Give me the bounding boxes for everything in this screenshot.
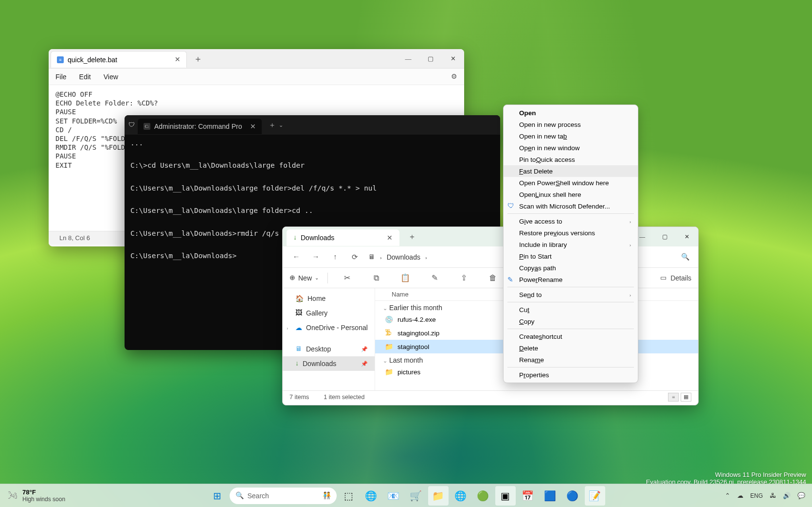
chevron-right-icon[interactable]: › <box>287 325 288 331</box>
notepad-tabrow: ≡ quick_delete.bat ✕ ＋ — ▢ ✕ <box>49 49 464 69</box>
ctx-restore[interactable]: Restore previous versions <box>504 227 638 239</box>
close-button[interactable]: ✕ <box>442 49 464 69</box>
ctx-delete[interactable]: Delete <box>504 342 638 354</box>
onedrive-tray-icon[interactable]: ☁ <box>737 492 743 500</box>
notepad-tab[interactable]: ≡ quick_delete.bat ✕ <box>51 51 187 68</box>
ctx-properties[interactable]: Properties <box>504 369 638 381</box>
start-button[interactable]: ⊞ <box>207 486 228 506</box>
notepad-tab-title: quick_delete.bat <box>68 56 117 64</box>
item-count: 7 items <box>289 394 309 401</box>
ctx-cut[interactable]: Cut <box>504 304 638 315</box>
language-indicator[interactable]: ENG <box>750 492 763 499</box>
search-icon[interactable]: 🔍 <box>681 253 689 261</box>
taskbar-app-icon[interactable]: 🔵 <box>562 486 583 506</box>
chevron-right-icon: › <box>630 292 631 297</box>
dropdown-icon[interactable]: ⌄ <box>279 122 283 128</box>
onedrive-icon: ☁ <box>295 324 302 332</box>
ctx-open[interactable]: Open <box>504 107 638 119</box>
close-button[interactable]: ✕ <box>676 227 698 246</box>
ctx-fast-delete[interactable]: Fast Delete <box>504 165 638 177</box>
details-view-button[interactable]: ≡ <box>668 393 679 402</box>
watermark-line1: Windows 11 Pro Insider Preview <box>646 471 806 478</box>
explorer-tab[interactable]: ↓ Downloads ✕ <box>287 229 399 246</box>
maximize-button[interactable]: ▢ <box>419 49 442 69</box>
network-icon[interactable]: 🖧 <box>770 492 776 500</box>
download-icon: ↓ <box>295 360 299 367</box>
close-icon[interactable]: ✕ <box>387 234 393 242</box>
thumbnails-view-button[interactable]: ▦ <box>681 393 691 402</box>
notification-icon[interactable]: 💬 <box>797 492 805 500</box>
ctx-powershell[interactable]: Open PowerShell window here <box>504 177 638 189</box>
up-button[interactable]: ↑ <box>326 249 344 265</box>
folder-icon: 📁 <box>385 368 394 376</box>
new-tab-button[interactable]: ＋ <box>194 53 202 65</box>
ctx-open-window[interactable]: Open in new window <box>504 142 638 154</box>
refresh-button[interactable]: ⟳ <box>346 249 363 265</box>
taskbar-search[interactable]: 🔍 Search 🧑‍🤝‍🧑 <box>230 488 337 504</box>
column-name[interactable]: Name <box>392 291 504 298</box>
cursor-position: Ln 8, Col 6 <box>59 234 90 242</box>
copy-icon[interactable]: ⧉ <box>366 268 386 288</box>
taskbar-app-icon[interactable]: 🟢 <box>473 486 493 506</box>
separator <box>327 273 328 283</box>
ctx-copy-path[interactable]: Copy as path <box>504 262 638 274</box>
pc-icon: 🖥 <box>368 253 375 261</box>
details-button[interactable]: Details <box>670 274 691 282</box>
close-icon[interactable]: ✕ <box>250 122 256 131</box>
ctx-include-library[interactable]: Include in library› <box>504 239 638 250</box>
nav-downloads[interactable]: ↓Downloads📌 <box>283 356 375 371</box>
taskbar-terminal[interactable]: ▣ <box>495 486 516 506</box>
taskbar-notepad[interactable]: 📝 <box>585 486 605 506</box>
taskbar-app-icon[interactable]: 📅 <box>518 486 538 506</box>
ctx-defender[interactable]: 🛡Scan with Microsoft Defender... <box>504 200 638 212</box>
ctx-send-to[interactable]: Send to› <box>504 289 638 300</box>
delete-icon[interactable]: 🗑 <box>483 268 503 288</box>
ctx-shortcut[interactable]: Create shortcut <box>504 331 638 342</box>
menu-edit[interactable]: Edit <box>79 73 91 81</box>
share-icon[interactable]: ⇪ <box>453 268 474 288</box>
cut-icon[interactable]: ✂ <box>337 268 357 288</box>
forward-button[interactable]: → <box>307 249 325 265</box>
ctx-open-tab[interactable]: Open in new tab <box>504 130 638 142</box>
weather-widget[interactable]: 🌬 78°F High winds soon <box>0 489 73 503</box>
nav-onedrive[interactable]: ›☁OneDrive - Personal <box>283 320 375 335</box>
close-icon[interactable]: ✕ <box>175 55 180 64</box>
maximize-button[interactable]: ▢ <box>653 227 676 246</box>
ctx-open-process[interactable]: Open in new process <box>504 119 638 130</box>
task-view-button[interactable]: ⬚ <box>339 486 359 506</box>
ctx-rename[interactable]: Rename <box>504 354 638 366</box>
tray-chevron-icon[interactable]: ⌃ <box>725 492 730 500</box>
ctx-copy[interactable]: Copy <box>504 315 638 327</box>
menu-separator <box>507 213 634 214</box>
nav-desktop[interactable]: 🖥Desktop📌 <box>283 342 375 356</box>
minimize-button[interactable]: — <box>397 49 419 69</box>
taskbar-explorer[interactable]: 📁 <box>428 486 449 506</box>
ctx-linux[interactable]: Open Linux shell here <box>504 189 638 200</box>
volume-icon[interactable]: 🔊 <box>783 492 791 500</box>
terminal-tab[interactable]: C: Administrator: Command Pro ✕ <box>138 119 262 134</box>
taskbar-app-icon[interactable]: 🟦 <box>540 486 560 506</box>
taskbar-app-icon[interactable]: 🛒 <box>406 486 426 506</box>
menu-file[interactable]: File <box>55 73 67 81</box>
taskbar-app-icon[interactable]: 📧 <box>383 486 404 506</box>
chevron-right-icon: › <box>630 242 631 247</box>
details-icon: ▭ <box>660 274 667 282</box>
gear-icon[interactable]: ⚙ <box>451 72 457 81</box>
new-button[interactable]: ⊕New⌄ <box>289 274 319 282</box>
nav-gallery[interactable]: 🖼Gallery <box>283 306 375 320</box>
breadcrumb-item[interactable]: Downloads <box>387 253 420 261</box>
ctx-powerrename[interactable]: ✎PowerRename <box>504 274 638 285</box>
taskbar-app-icon[interactable]: 🌐 <box>361 486 381 506</box>
new-tab-button[interactable]: ＋ <box>269 121 276 130</box>
rename-icon[interactable]: ✎ <box>424 268 445 288</box>
new-tab-button[interactable]: ＋ <box>408 232 416 242</box>
nav-home[interactable]: 🏠Home <box>283 291 375 306</box>
menu-view[interactable]: View <box>104 73 118 81</box>
ctx-pin-quick[interactable]: Pin to Quick access <box>504 154 638 165</box>
back-button[interactable]: ← <box>288 249 305 265</box>
paste-icon[interactable]: 📋 <box>395 268 415 288</box>
ctx-give-access[interactable]: Give access to› <box>504 215 638 227</box>
taskbar-edge[interactable]: 🌐 <box>451 486 471 506</box>
plus-icon: ⊕ <box>289 274 295 282</box>
ctx-pin-start[interactable]: Pin to Start <box>504 250 638 262</box>
